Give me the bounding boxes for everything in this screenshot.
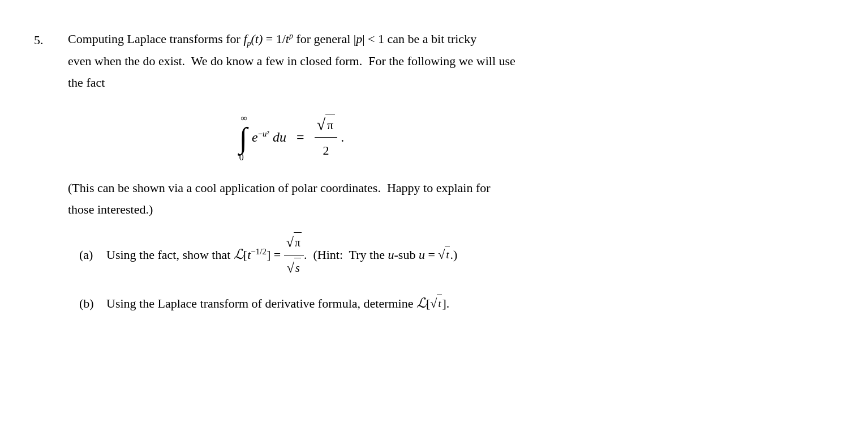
sqrt-t-content: t	[445, 246, 450, 265]
sqrt-pi-content: π	[325, 114, 335, 135]
period-after-formula: .	[341, 126, 344, 149]
frac-numerator: √π	[315, 114, 337, 138]
hint-u: u	[388, 248, 394, 262]
sqrt-radical-t: √	[438, 249, 445, 261]
sqrt-pi-a: √π	[286, 232, 302, 253]
intro-paragraph: Computing Laplace transforms for fp(t) =…	[68, 28, 515, 94]
sqrt-t-b: √t	[430, 295, 442, 313]
sqrt-s-a: √s	[287, 258, 301, 278]
problem-block: 5. Computing Laplace transforms for fp(t…	[34, 28, 515, 315]
du-term: du	[273, 130, 286, 144]
sqrt-pi-a-content: π	[294, 232, 302, 253]
part-a-content: Using the fact, show that ℒ[t−1/2] = √π	[106, 232, 457, 280]
integral-lower: 0	[239, 150, 244, 165]
sqrt-radical-a: √	[286, 236, 294, 249]
problem-number: 5.	[34, 28, 68, 50]
fp-sub: p	[247, 39, 251, 48]
frac-a: √π √s	[284, 232, 304, 280]
sqrt-radical-upper: √	[317, 117, 325, 133]
intro-line3: the fact	[68, 75, 105, 90]
frac-denominator: 2	[320, 139, 331, 161]
part-a: (a) Using the fact, show that ℒ[t−1/2] =…	[79, 232, 515, 280]
note-line2: those interested.)	[68, 199, 515, 221]
hint-u2: u	[419, 248, 425, 262]
tp-notation: tp	[286, 32, 293, 46]
integral-expression: ∞ ∫ 0 e−u² du = √π	[239, 110, 344, 165]
intro-text-1: Computing Laplace transforms for fp(t) =…	[68, 32, 476, 46]
rhs-fraction: √π 2	[315, 114, 337, 161]
part-b-label: (b)	[79, 293, 102, 315]
problem-body: Computing Laplace transforms for fp(t) =…	[68, 28, 515, 315]
frac-a-num: √π	[284, 232, 304, 256]
part-a-label: (a)	[79, 244, 102, 266]
sqrt-t-hint: √t	[438, 246, 450, 265]
equals-sign: =	[297, 126, 304, 149]
e-base: e	[252, 130, 258, 144]
sqrt-radical-s: √	[287, 261, 294, 275]
note-block: (This can be shown via a cool applicatio…	[68, 177, 515, 221]
frac-a-den: √s	[285, 257, 303, 280]
part-b-line: (b) Using the Laplace transform of deriv…	[79, 291, 515, 315]
tp-sup: p	[289, 32, 293, 40]
integral-sign: ∫	[239, 123, 247, 153]
neg-half-exp: −1/2	[251, 247, 267, 256]
exponent: −u²	[258, 129, 269, 138]
laplace-b: ℒ	[416, 296, 426, 310]
fp-notation: fp(t)	[243, 32, 263, 46]
integrand-expr: e−u² du	[252, 126, 286, 149]
sqrt-s-content: s	[294, 258, 301, 278]
sqrt-radical-b: √	[430, 297, 437, 310]
integral-limits-container: ∞ ∫ 0	[239, 110, 247, 165]
part-b: (b) Using the Laplace transform of deriv…	[79, 291, 515, 315]
sqrt-t-b-content: t	[437, 295, 442, 313]
page-content: 5. Computing Laplace transforms for fp(t…	[0, 0, 549, 343]
part-a-line: (a) Using the fact, show that ℒ[t−1/2] =…	[79, 232, 515, 280]
part-b-content: Using the Laplace transform of derivativ…	[106, 291, 449, 315]
note-line1: (This can be shown via a cool applicatio…	[68, 177, 515, 199]
laplace-a: ℒ	[234, 247, 243, 262]
sqrt-pi-upper: √π	[317, 114, 335, 135]
formula-block: ∞ ∫ 0 e−u² du = √π	[68, 104, 515, 165]
intro-line2: even when the do exist. We do know a few…	[68, 54, 515, 68]
